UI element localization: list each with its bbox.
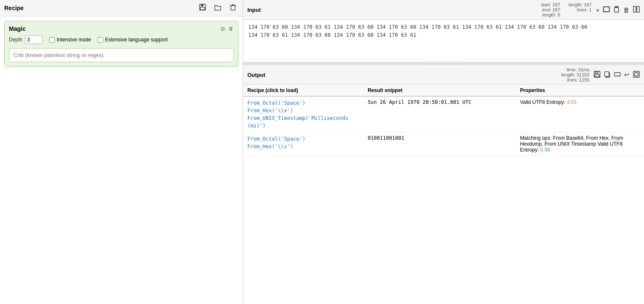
table-row: From_Octal('Space')From_Hex('\\x')From_U… <box>243 96 644 133</box>
recipe-cell-1[interactable]: From_Octal('Space')From_Hex('\\x') <box>243 133 363 156</box>
svg-rect-16 <box>633 71 639 77</box>
input-open-button[interactable] <box>603 6 610 14</box>
col-header-recipe: Recipe (click to load) <box>243 85 363 96</box>
depth-input[interactable] <box>25 36 42 43</box>
result-cell-1: 010011001001 <box>363 133 515 156</box>
recipe-cell-0[interactable]: From_Octal('Space')From_Hex('\\x')From_U… <box>243 96 363 133</box>
length-lines-stats: length: 167 lines: 1 <box>569 2 592 17</box>
output-header: Output time: 31ms length: 31102 lines: 1… <box>243 65 644 85</box>
recipe-link-0-2[interactable]: From_UNIX_Timestamp('Milliseconds (ms)') <box>247 114 359 130</box>
table-header-row: Recipe (click to load) Result snippet Pr… <box>243 85 644 96</box>
svg-rect-3 <box>231 5 235 10</box>
input-header: Input start: 167 end: 167 length: 0 leng… <box>243 0 644 20</box>
extensive-language-label[interactable]: Extensive language support <box>98 37 167 43</box>
end-stat: end: 167 <box>542 7 560 12</box>
props-text-0: Valid UTF8 Entropy: 4.03 <box>520 99 640 105</box>
recipe-link-1-0[interactable]: From_Octal('Space') <box>247 135 359 143</box>
svg-rect-1 <box>201 4 203 6</box>
output-copy-button[interactable] <box>604 71 611 79</box>
result-text-0: Sun 26 April 1970 20:50:01.001 UTC <box>367 99 471 105</box>
magic-controls: ⊘ ⏸ <box>220 25 234 32</box>
magic-disable-button[interactable]: ⊘ <box>220 25 225 32</box>
svg-rect-11 <box>595 71 598 73</box>
depth-control: Depth <box>9 35 43 44</box>
col-header-props: Properties <box>516 85 644 96</box>
magic-pause-button[interactable]: ⏸ <box>228 25 234 32</box>
output-table: Recipe (click to load) Result snippet Pr… <box>243 85 644 156</box>
right-panel: Input start: 167 end: 167 length: 0 leng… <box>243 0 644 304</box>
svg-rect-8 <box>633 6 636 12</box>
input-toolbar: + 🗑 <box>596 6 640 14</box>
recipe-toolbar <box>197 3 238 14</box>
output-toolbar: ↩ <box>594 71 640 79</box>
input-paste-button[interactable] <box>613 6 620 14</box>
output-time-stat: time: 31ms <box>567 67 589 72</box>
recipe-link-0-0[interactable]: From_Octal('Space') <box>247 99 359 107</box>
recipe-title: Recipe <box>4 5 197 11</box>
svg-rect-14 <box>605 72 609 76</box>
recipe-header: Recipe <box>0 0 243 16</box>
recipe-link-0-1[interactable]: From_Hex('\\x') <box>247 107 359 114</box>
props-cell-0: Valid UTF8 Entropy: 4.03 <box>516 96 644 133</box>
left-panel: Recipe Mag <box>0 0 243 304</box>
open-button[interactable] <box>212 3 223 14</box>
input-section: Input start: 167 end: 167 length: 0 leng… <box>243 0 644 62</box>
svg-rect-9 <box>637 6 639 12</box>
svg-rect-4 <box>603 7 609 12</box>
output-fullscreen-button[interactable] <box>633 71 640 79</box>
length2-stat: length: 167 <box>569 2 592 7</box>
output-stats: time: 31ms length: 31102 lines: 1155 <box>561 67 589 82</box>
svg-rect-2 <box>200 7 205 10</box>
input-delete-button[interactable]: 🗑 <box>623 6 630 14</box>
svg-rect-6 <box>614 7 619 12</box>
save-button[interactable] <box>197 3 208 14</box>
col-header-result: Result snippet <box>363 85 515 96</box>
output-save-button[interactable] <box>594 71 600 79</box>
depth-label: Depth <box>9 37 22 43</box>
output-section: Output time: 31ms length: 31102 lines: 1… <box>243 65 644 304</box>
magic-block: Magic ⊘ ⏸ Depth Intensive mode Extensive… <box>4 21 238 67</box>
table-row: From_Octal('Space')From_Hex('\\x')010011… <box>243 133 644 156</box>
svg-rect-12 <box>595 75 599 77</box>
intensive-mode-label[interactable]: Intensive mode <box>49 37 91 43</box>
result-cell-0: Sun 26 April 1970 20:50:01.001 UTC <box>363 96 515 133</box>
magic-options: Depth Intensive mode Extensive language … <box>9 35 234 44</box>
delete-button[interactable] <box>227 3 238 14</box>
intensive-mode-checkbox[interactable] <box>49 37 55 43</box>
input-content[interactable]: 134 170 63 60 134 170 63 61 134 170 63 6… <box>243 20 644 62</box>
magic-title: Magic <box>9 25 26 32</box>
input-title: Input <box>247 7 541 13</box>
svg-rect-15 <box>614 73 620 76</box>
input-split-button[interactable] <box>633 6 640 14</box>
svg-rect-5 <box>603 7 609 12</box>
output-undo-button[interactable]: ↩ <box>624 71 630 79</box>
entropy-value-0: 4.03 <box>567 99 576 105</box>
input-add-button[interactable]: + <box>596 6 600 14</box>
output-length-stat: length: 31102 <box>561 72 589 77</box>
props-cell-1: Matching ops: From Base64, From Hex, Fro… <box>516 133 644 156</box>
crib-input[interactable] <box>9 48 234 62</box>
start-end-stats: start: 167 end: 167 length: 0 <box>541 2 560 17</box>
result-text-1: 010011001001 <box>367 135 404 141</box>
output-lines-stat: lines: 1155 <box>567 77 589 82</box>
magic-header: Magic ⊘ ⏸ <box>9 25 234 32</box>
recipe-link-1-1[interactable]: From_Hex('\\x') <box>247 143 359 150</box>
length-stat: length: 0 <box>543 12 560 17</box>
output-stat-group: time: 31ms length: 31102 lines: 1155 <box>561 67 589 82</box>
lines-stat: lines: 1 <box>577 7 592 12</box>
extensive-language-checkbox[interactable] <box>98 37 103 43</box>
input-stats: start: 167 end: 167 length: 0 length: 16… <box>541 2 592 17</box>
props-text-1: Matching ops: From Base64, From Hex, Fro… <box>520 135 640 153</box>
output-table-wrap: Recipe (click to load) Result snippet Pr… <box>243 85 644 304</box>
start-stat: start: 167 <box>541 2 560 7</box>
output-title: Output <box>247 72 561 78</box>
svg-rect-17 <box>635 73 638 76</box>
depth-input-wrap <box>25 35 43 44</box>
entropy-value-1: 0.98 <box>540 147 550 153</box>
output-expand-button[interactable] <box>614 71 621 79</box>
